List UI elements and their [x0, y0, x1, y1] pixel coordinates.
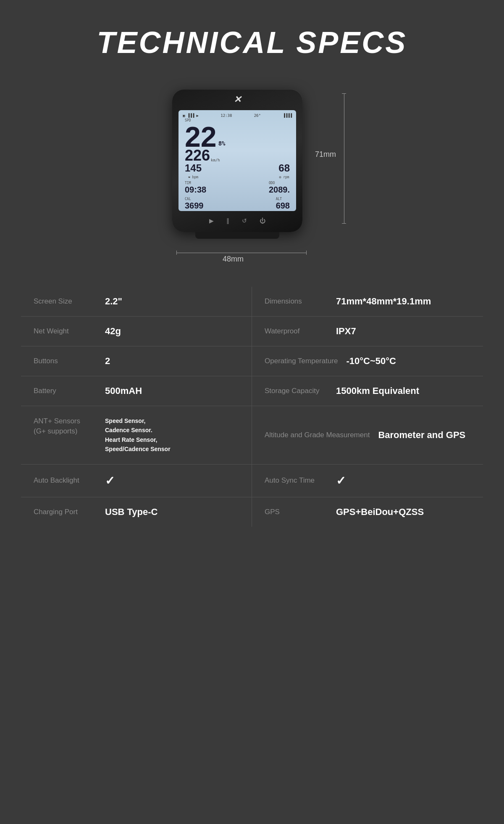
screen-tim: TIM 09:38: [185, 181, 206, 195]
spec-label-altitude: Altitude and Grade Measurement: [265, 430, 370, 440]
spec-label-auto-backlight: Auto Backlight: [34, 475, 97, 486]
spec-label-dimensions: Dimensions: [265, 296, 328, 306]
spec-cell-buttons: Buttons 2: [21, 346, 252, 376]
horizontal-dimension-line: [176, 253, 307, 253]
screen-hr-metric: 145 ❤ bpm: [185, 162, 202, 180]
spec-value-operating-temp: -10°C~50°C: [346, 356, 396, 367]
spec-cell-auto-sync: Auto Sync Time ✓: [252, 465, 483, 497]
spec-label-storage: Storage Capacity: [265, 386, 328, 396]
horizontal-dimension-label: 48mm: [223, 255, 244, 264]
screen-battery-icon: ▐▐▐▐: [283, 114, 292, 118]
spec-label-waterproof: Waterproof: [265, 326, 328, 336]
spec-cell-dimensions: Dimensions 71mm*48mm*19.1mm: [252, 287, 483, 316]
spec-label-ant: ANT+ Sensors (G+ supports): [34, 416, 97, 436]
spec-cell-altitude: Altitude and Grade Measurement Barometer…: [252, 406, 483, 464]
spec-value-auto-sync: ✓: [336, 474, 346, 488]
screen-sub-row: 145 ❤ bpm 68 ⚙ rpm: [183, 162, 292, 180]
spec-value-gps: GPS+BeiDou+QZSS: [336, 507, 424, 518]
specs-table: Screen Size 2.2" Dimensions 71mm*48mm*19…: [21, 287, 483, 527]
spec-value-buttons: 2: [105, 356, 110, 367]
spec-label-battery: Battery: [34, 386, 97, 396]
device-screen: ▣ ▐▐▐ ▶ 12:38 26° ▐▐▐▐ SPD 22 8% 226: [178, 110, 296, 211]
spec-label-buttons: Buttons: [34, 356, 97, 366]
device-buttons: ▶ ‖ ↺ ⏻: [172, 211, 302, 230]
page-title: TECHNICAL SPECS: [97, 25, 407, 60]
device-mount: [195, 232, 279, 239]
specs-row-0: Screen Size 2.2" Dimensions 71mm*48mm*19…: [21, 287, 483, 317]
spec-cell-screen-size: Screen Size 2.2": [21, 287, 252, 316]
spec-value-auto-backlight: ✓: [105, 474, 115, 488]
pause-icon: ‖: [226, 217, 229, 224]
specs-row-5: Auto Backlight ✓ Auto Sync Time ✓: [21, 465, 483, 497]
spec-cell-auto-backlight: Auto Backlight ✓: [21, 465, 252, 497]
specs-row-3: Battery 500mAH Storage Capacity 1500km E…: [21, 376, 483, 406]
device-logo: ✕: [234, 94, 241, 105]
screen-alt: ALT 698: [276, 197, 290, 211]
screen-time: 12:38: [220, 114, 232, 118]
spec-value-charging-port: USB Type-C: [105, 507, 158, 518]
screen-cadence-unit: ⚙ rpm: [279, 175, 289, 179]
page-wrapper: TECHNICAL SPECS ✕ ▣ ▐▐▐ ▶ 12:38 26° ▐▐▐▐…: [0, 0, 504, 824]
spec-label-weight: Net Weight: [34, 326, 97, 336]
spec-value-dimensions: 71mm*48mm*19.1mm: [336, 296, 431, 307]
spec-cell-waterproof: Waterproof IPX7: [252, 317, 483, 346]
vertical-dimension-label: 71mm: [315, 150, 336, 159]
spec-label-charging-port: Charging Port: [34, 507, 97, 517]
screen-temp: 26°: [254, 114, 261, 118]
refresh-icon: ↺: [242, 217, 247, 224]
spec-cell-battery: Battery 500mAH: [21, 376, 252, 406]
spec-value-altitude: Barometer and GPS: [378, 430, 465, 441]
play-icon: ▶: [209, 217, 214, 224]
spec-value-weight: 42g: [105, 326, 121, 337]
device-illustration: ✕ ▣ ▐▐▐ ▶ 12:38 26° ▐▐▐▐ SPD 22 8%: [172, 89, 302, 240]
spec-value-waterproof: IPX7: [336, 326, 356, 337]
device-top: ✕: [172, 89, 302, 110]
screen-cadence-metric: 68 ⚙ rpm: [278, 162, 290, 180]
specs-row-2: Buttons 2 Operating Temperature -10°C~50…: [21, 346, 483, 376]
spec-label-auto-sync: Auto Sync Time: [265, 475, 328, 486]
screen-top-bar: ▣ ▐▐▐ ▶ 12:38 26° ▐▐▐▐: [183, 114, 292, 118]
screen-bottom-row2: CAL 3699 ALT 698: [183, 195, 292, 211]
spec-cell-gps: GPS GPS+BeiDou+QZSS: [252, 497, 483, 527]
screen-speed: 226: [185, 147, 210, 164]
spec-cell-charging-port: Charging Port USB Type-C: [21, 497, 252, 527]
spec-value-battery: 500mAH: [105, 386, 142, 396]
specs-row-6: Charging Port USB Type-C GPS GPS+BeiDou+…: [21, 497, 483, 527]
screen-cal: CAL 3699: [185, 197, 204, 211]
spec-value-screen-size: 2.2": [105, 296, 122, 307]
specs-row-1: Net Weight 42g Waterproof IPX7: [21, 317, 483, 346]
screen-odo: ODO 2089.: [269, 181, 290, 195]
screen-status-icons: ▣ ▐▐▐ ▶: [183, 114, 199, 118]
screen-bottom-row: TIM 09:38 ODO 2089.: [183, 180, 292, 195]
vertical-dimension-line: [344, 93, 344, 224]
spec-cell-ant: ANT+ Sensors (G+ supports) Speed Sensor,…: [21, 406, 252, 464]
spec-value-ant: Speed Sensor, Cadence Sensor. Heart Rate…: [105, 416, 171, 454]
device-body: ✕ ▣ ▐▐▐ ▶ 12:38 26° ▐▐▐▐ SPD 22 8%: [172, 89, 302, 232]
screen-grade: 8%: [218, 140, 226, 147]
spec-label-screen-size: Screen Size: [34, 296, 97, 306]
screen-kmh: km/h: [211, 158, 220, 162]
device-container: ✕ ▣ ▐▐▐ ▶ 12:38 26° ▐▐▐▐ SPD 22 8%: [147, 85, 357, 261]
power-icon: ⏻: [260, 217, 265, 224]
spec-cell-operating-temp: Operating Temperature -10°C~50°C: [252, 346, 483, 376]
specs-row-4: ANT+ Sensors (G+ supports) Speed Sensor,…: [21, 406, 483, 465]
spec-value-storage: 1500km Equivalent: [336, 386, 419, 396]
spec-cell-weight: Net Weight 42g: [21, 317, 252, 346]
spec-cell-storage: Storage Capacity 1500km Equivalent: [252, 376, 483, 406]
screen-hr-unit: ❤ bpm: [188, 175, 198, 179]
spec-label-gps: GPS: [265, 507, 328, 517]
spec-label-operating-temp: Operating Temperature: [265, 356, 338, 366]
